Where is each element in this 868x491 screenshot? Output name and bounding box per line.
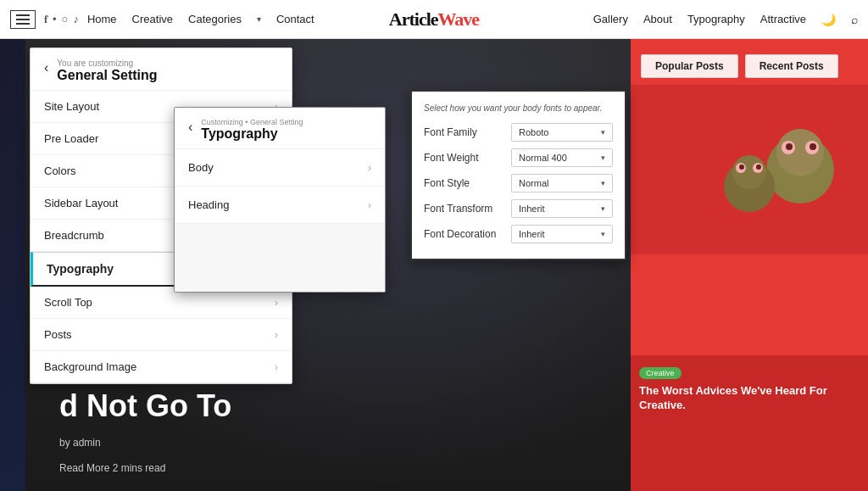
- dropdown-caret-icon: ▾: [601, 230, 605, 238]
- font-weight-row: Font Weight Normal 400 ▾: [424, 148, 613, 167]
- navbar: 𝐟 • ○ ♪ Home Creative Categories ▾ Conta…: [0, 0, 868, 39]
- nav-attractive[interactable]: Attractive: [760, 13, 806, 25]
- font-transform-row: Font Transform Inherit ▾: [424, 199, 613, 218]
- hero-readmore[interactable]: Read More 2 mins read: [59, 462, 165, 474]
- sidebar-card: Creative The Worst Advices We've Heard F…: [631, 355, 868, 491]
- typography-body-item[interactable]: Body ›: [175, 149, 385, 187]
- font-weight-label: Font Weight: [424, 152, 509, 164]
- panel-general-back-button[interactable]: ‹: [44, 60, 48, 75]
- font-family-row: Font Family Roboto ▾: [424, 123, 613, 142]
- facebook-icon[interactable]: 𝐟: [44, 13, 47, 26]
- panel-general-subtitle: You are customizing: [57, 59, 157, 68]
- font-family-select[interactable]: Roboto ▾: [511, 123, 613, 142]
- font-style-row: Font Style Normal ▾: [424, 174, 613, 192]
- chevron-icon: ›: [275, 329, 278, 341]
- tiktok-icon[interactable]: ♪: [73, 13, 79, 25]
- font-decoration-select[interactable]: Inherit ▾: [511, 225, 613, 243]
- dropdown-caret-icon: ▾: [601, 179, 605, 187]
- svg-point-20: [810, 143, 816, 150]
- nav-contact[interactable]: Contact: [276, 13, 314, 25]
- nav-home[interactable]: Home: [87, 13, 117, 25]
- typography-panel-title: Typography: [201, 126, 303, 142]
- panel-item-posts[interactable]: Posts ›: [31, 319, 292, 351]
- dropdown-caret-icon: ▾: [601, 153, 605, 162]
- font-transform-select[interactable]: Inherit ▾: [511, 199, 613, 218]
- nav-gallery[interactable]: Gallery: [593, 13, 628, 25]
- chevron-icon: ›: [368, 199, 371, 211]
- chevron-icon: ›: [368, 162, 371, 174]
- nav-about[interactable]: About: [643, 13, 672, 25]
- font-weight-select[interactable]: Normal 400 ▾: [511, 148, 613, 167]
- popular-posts-tab[interactable]: Popular Posts: [641, 54, 738, 78]
- post-tabs: Popular Posts Recent Posts: [631, 47, 868, 85]
- fontstyle-description: Select how you want your body fonts to a…: [424, 103, 613, 113]
- social-icons: 𝐟 • ○ ♪: [44, 13, 79, 26]
- dropdown-caret-icon: ▾: [601, 128, 605, 137]
- dropdown-caret-icon: ▾: [601, 204, 605, 213]
- font-decoration-label: Font Decoration: [424, 228, 509, 240]
- recent-posts-tab[interactable]: Recent Posts: [745, 54, 838, 78]
- behance-icon[interactable]: •: [53, 13, 57, 25]
- typography-panel-breadcrumb: Customizing • General Setting: [201, 118, 303, 126]
- font-style-select[interactable]: Normal ▾: [511, 174, 613, 192]
- panel-general-title: General Setting: [57, 68, 157, 83]
- nav-creative[interactable]: Creative: [132, 13, 173, 25]
- chevron-icon: ›: [275, 297, 278, 309]
- main-area: d Not Go To by admin Read More 2 mins re…: [0, 39, 868, 491]
- typography-panel-back-button[interactable]: ‹: [188, 120, 192, 135]
- hamburger-button[interactable]: [10, 10, 36, 29]
- right-sidebar: Popular Posts Recent Posts: [631, 39, 868, 491]
- nav-categories[interactable]: Categories: [188, 13, 242, 25]
- svg-point-19: [786, 143, 793, 150]
- site-logo: ArticleWave: [389, 8, 479, 31]
- svg-point-22: [732, 155, 766, 189]
- arrow-2-icon: ➜: [633, 276, 659, 310]
- font-style-label: Font Style: [424, 177, 509, 189]
- nav-typography[interactable]: Typography: [687, 13, 745, 25]
- font-transform-label: Font Transform: [424, 203, 509, 215]
- panel-general-header: ‹ You are customizing General Setting: [31, 48, 292, 91]
- hero-byline: by admin: [59, 437, 101, 449]
- categories-chevron-icon: ▾: [257, 14, 261, 24]
- font-decoration-row: Font Decoration Inherit ▾: [424, 225, 613, 243]
- nav-links: Home Creative Categories ▾ Contact: [87, 13, 314, 25]
- typography-panel-spacer: [175, 224, 385, 292]
- instagram-icon[interactable]: ○: [62, 13, 69, 25]
- svg-point-25: [739, 165, 744, 170]
- sidebar-illustration: [631, 85, 868, 254]
- svg-point-26: [756, 165, 761, 170]
- darkmode-icon[interactable]: 🌙: [821, 13, 836, 26]
- fontstyle-panel: Select how you want your body fonts to a…: [410, 90, 626, 260]
- search-icon[interactable]: ⌕: [851, 13, 858, 26]
- typography-panel-header: ‹ Customizing • General Setting Typograp…: [175, 108, 385, 149]
- creative-badge: Creative: [639, 367, 682, 379]
- svg-point-16: [776, 129, 824, 176]
- sidebar-card-text: The Worst Advices We've Heard For Creati…: [639, 384, 860, 413]
- typography-heading-item[interactable]: Heading ›: [175, 187, 385, 224]
- font-family-label: Font Family: [424, 126, 509, 138]
- chevron-icon: ›: [275, 361, 278, 373]
- hero-heading: d Not Go To: [59, 389, 231, 423]
- panel-item-background-image[interactable]: Background Image ›: [31, 351, 292, 383]
- nav-right-links: Gallery About Typography Attractive 🌙 ⌕: [593, 13, 858, 26]
- typography-panel: ‹ Customizing • General Setting Typograp…: [174, 107, 386, 293]
